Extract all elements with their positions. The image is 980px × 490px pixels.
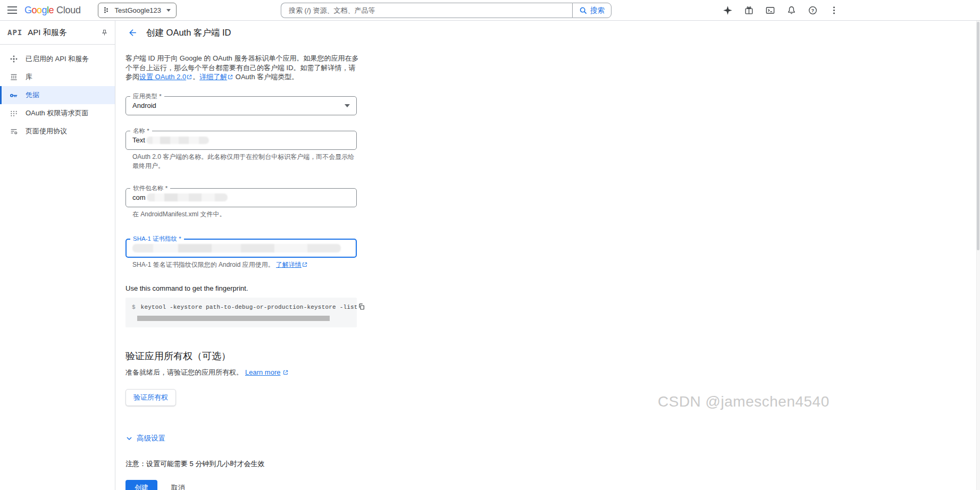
page-header: 创建 OAuth 客户端 ID: [115, 21, 980, 45]
external-link-icon: [302, 262, 307, 267]
enabled-apis-icon: [9, 55, 18, 64]
verify-ownership-button[interactable]: 验证所有权: [125, 389, 176, 406]
keytool-code-block: $ keytool -keystore path-to-debug-or-pro…: [125, 298, 357, 327]
search-area: 搜索: [281, 3, 612, 18]
notifications-bell-icon[interactable]: [786, 5, 797, 15]
chevron-down-icon: [166, 9, 171, 12]
propagation-note: 注意：设置可能需要 5 分钟到几小时才会生效: [125, 459, 423, 469]
external-link-icon: [228, 74, 233, 80]
oauth-consent-icon: [9, 109, 18, 118]
application-type-value: Android: [132, 102, 156, 109]
package-name-field: 软件包名称 * com 在 AndroidManifest.xml 文件中。: [125, 188, 357, 219]
sidebar-item-usage-agreements[interactable]: 页面使用协议: [0, 122, 115, 140]
search-button-label: 搜索: [590, 6, 605, 15]
sidebar-item-label: 页面使用协议: [26, 126, 67, 136]
chevron-down-icon: [125, 435, 133, 442]
hamburger-menu-icon[interactable]: [0, 0, 24, 20]
project-icon: [103, 6, 111, 14]
cancel-button[interactable]: 取消: [169, 482, 187, 490]
setup-oauth-link[interactable]: 设置 OAuth 2.0: [139, 73, 186, 81]
application-type-field: 应用类型 * Android: [125, 96, 357, 115]
create-button[interactable]: 创建: [125, 480, 157, 490]
advanced-settings-label: 高级设置: [137, 434, 165, 443]
form-actions: 创建 取消: [125, 480, 423, 490]
dropdown-caret-icon: [345, 104, 350, 107]
application-type-label: 应用类型 *: [130, 92, 164, 100]
api-services-logo: API: [7, 28, 22, 37]
search-input[interactable]: [281, 3, 572, 18]
name-field: 名称 * Text OAuth 2.0 客户端的名称。此名称仅用于在控制台中标识…: [125, 131, 357, 171]
sidebar-item-credentials[interactable]: 凭据: [0, 86, 115, 104]
sidebar-item-label: 凭据: [26, 90, 39, 100]
sidebar-items: 已启用的 API 和服务 库 凭据 OAuth 权限请求页面: [0, 45, 115, 140]
top-bar: Google Cloud TestGoogle123 搜索: [0, 0, 980, 21]
external-link-icon: [187, 74, 192, 80]
topbar-icons: ?: [722, 0, 839, 20]
redacted-package-value: [147, 193, 228, 201]
main-content: 客户端 ID 用于向 Google 的 OAuth 服务器标识单个应用。如果您的…: [125, 45, 423, 490]
cloud-logo-text: Cloud: [56, 5, 81, 16]
gift-icon[interactable]: [743, 5, 754, 15]
redacted-output-bar: [137, 316, 330, 321]
sidebar: API API 和服务 已启用的 API 和服务 库: [0, 21, 115, 490]
redacted-name-value: [146, 137, 209, 144]
sha1-helper-text: SHA-1 签名证书指纹仅限您的 Android 应用使用。 了解详情: [132, 260, 357, 269]
gemini-sparkle-icon[interactable]: [722, 5, 733, 15]
sha1-learn-more-link[interactable]: 了解详情: [276, 261, 301, 268]
sidebar-item-oauth-consent[interactable]: OAuth 权限请求页面: [0, 104, 115, 122]
sha1-fingerprint-field: SHA-1 证书指纹 * SHA-1 签名证书指纹仅限您的 Android 应用…: [125, 239, 357, 269]
search-button[interactable]: 搜索: [572, 3, 612, 18]
sidebar-title: API 和服务: [28, 28, 100, 38]
search-icon: [579, 6, 588, 15]
intro-part3: OAuth 客户端类型。: [233, 73, 298, 81]
sidebar-header: API API 和服务: [0, 21, 115, 45]
sidebar-item-library[interactable]: 库: [0, 68, 115, 86]
page-title: 创建 OAuth 客户端 ID: [146, 27, 231, 39]
redacted-sha1-value: [132, 244, 341, 252]
package-helper-text: 在 AndroidManifest.xml 文件中。: [132, 210, 357, 219]
package-name-label: 软件包名称 *: [130, 184, 170, 192]
name-value: Text: [132, 136, 145, 144]
sha1-helper-part: SHA-1 签名证书指纹仅限您的 Android 应用使用。: [132, 261, 274, 268]
csdn-watermark: CSDN @jameschen4540: [658, 393, 830, 410]
name-helper-text: OAuth 2.0 客户端的名称。此名称仅用于在控制台中标识客户端，而不会显示给…: [132, 153, 357, 171]
learn-more-types-link[interactable]: 详细了解: [199, 73, 227, 81]
sidebar-item-label: 已启用的 API 和服务: [26, 54, 89, 64]
project-name: TestGoogle123: [115, 6, 161, 14]
ownership-learn-more-link[interactable]: Learn more: [245, 368, 280, 376]
back-arrow-icon[interactable]: [122, 22, 143, 44]
help-icon[interactable]: ?: [807, 5, 818, 15]
ownership-heading: 验证应用所有权（可选）: [125, 350, 423, 362]
google-cloud-logo: Google Cloud: [24, 5, 81, 16]
keytool-command: keytool -keystore path-to-debug-or-produ…: [141, 304, 358, 310]
copy-icon[interactable]: [358, 303, 365, 310]
svg-text:?: ?: [811, 7, 814, 13]
package-name-value: com: [132, 193, 146, 201]
fingerprint-instruction: Use this command to get the fingerprint.: [125, 284, 423, 292]
name-input[interactable]: Text: [125, 131, 357, 150]
pin-icon[interactable]: [100, 29, 108, 37]
scrollbar[interactable]: [976, 21, 980, 490]
sha1-label: SHA-1 证书指纹 *: [130, 235, 184, 243]
more-vertical-icon[interactable]: [828, 5, 839, 15]
sidebar-item-label: OAuth 权限请求页面: [26, 108, 88, 118]
intro-part2: 。: [192, 73, 199, 81]
cloud-shell-icon[interactable]: [765, 5, 775, 15]
external-link-icon: [283, 370, 288, 375]
project-selector[interactable]: TestGoogle123: [98, 3, 177, 18]
key-icon: [9, 91, 18, 100]
google-cloud-console: Google Cloud TestGoogle123 搜索: [0, 0, 980, 490]
name-label: 名称 *: [130, 127, 152, 135]
library-icon: [9, 73, 18, 82]
intro-text: 客户端 ID 用于向 Google 的 OAuth 服务器标识单个应用。如果您的…: [125, 54, 361, 82]
scrollbar-thumb[interactable]: [977, 22, 979, 250]
google-logo-text: Google: [24, 5, 54, 16]
ownership-text: 准备就绪后，请验证您的应用所有权。 Learn more: [125, 368, 423, 377]
ownership-text-part: 准备就绪后，请验证您的应用所有权。: [125, 368, 243, 377]
sidebar-item-label: 库: [26, 72, 32, 82]
usage-agreements-icon: [9, 127, 18, 136]
shell-prompt: $: [132, 304, 136, 310]
sidebar-item-enabled-apis[interactable]: 已启用的 API 和服务: [0, 50, 115, 68]
advanced-settings-toggle[interactable]: 高级设置: [125, 434, 165, 443]
